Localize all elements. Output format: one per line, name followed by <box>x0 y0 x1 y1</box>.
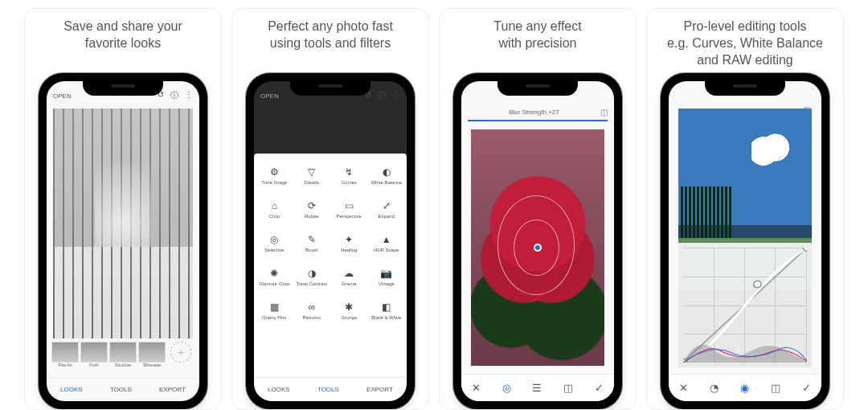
tool-rotate[interactable]: ⟳Rotate <box>293 192 331 226</box>
tool-icon: ▲ <box>381 234 392 245</box>
look-item[interactable]: Silhouette <box>138 342 166 367</box>
more-icon[interactable]: ⋮ <box>392 90 400 101</box>
photo-preview[interactable] <box>471 129 604 366</box>
tool-white-balance[interactable]: ◐White Balance <box>368 158 406 192</box>
tool-selective[interactable]: ◎Selective <box>256 226 293 260</box>
tool-icon: ◐ <box>381 166 392 178</box>
bottom-tabs: LOOKS TOOLS EXPORT <box>47 377 199 401</box>
tool-perspective[interactable]: ▭Perspective <box>330 192 368 226</box>
tool-drama[interactable]: ☁Drama <box>330 260 368 293</box>
tab-looks[interactable]: LOOKS <box>268 386 290 393</box>
tool-black-white[interactable]: ◧Black & White <box>368 293 406 327</box>
tool-expand[interactable]: ⤢Expand <box>368 192 406 226</box>
effect-value-bar[interactable]: Blur Strength +27 ◫ <box>468 104 608 121</box>
tab-export[interactable]: EXPORT <box>159 386 186 393</box>
focus-point[interactable] <box>534 244 542 252</box>
tool-grunge[interactable]: ✱Grunge <box>330 293 368 327</box>
open-button[interactable]: OPEN <box>53 92 72 100</box>
tool-icon: ∞ <box>306 301 317 313</box>
tool-hdr-scape[interactable]: ▲HDR Scape <box>368 226 406 260</box>
edit-toolbar: ✕ ◎ ☰ ◫ ✓ <box>461 374 614 401</box>
tools-grid: ⚙Tune Image▽Details↯Curves◐White Balance… <box>254 154 407 377</box>
cancel-button[interactable]: ✕ <box>679 382 688 394</box>
layers-button[interactable]: ◫ <box>563 382 573 394</box>
showcase-panel-2: Perfect any photo fastusing tools and fi… <box>231 8 429 410</box>
tool-icon: ◧ <box>381 301 392 313</box>
look-item[interactable]: Structure <box>109 342 137 367</box>
add-look-button[interactable]: + <box>167 342 194 363</box>
tool-icon: ☁ <box>343 268 354 279</box>
tool-vintage[interactable]: 📷Vintage <box>368 260 406 293</box>
phone-mockup: OPEN ↺ ⓘ ⋮ ⚙Tune Image▽Details↯Curves◐Wh… <box>246 73 415 409</box>
tool-curves[interactable]: ↯Curves <box>330 158 368 192</box>
eye-button[interactable]: ◉ <box>740 382 749 394</box>
tool-icon: ◑ <box>306 268 317 279</box>
tool-icon: ⌂ <box>268 200 280 211</box>
cancel-button[interactable]: ✕ <box>472 382 481 394</box>
confirm-button[interactable]: ✓ <box>802 382 811 394</box>
curves-panel[interactable] <box>678 243 812 367</box>
photo-preview[interactable] <box>678 109 812 367</box>
target-button[interactable]: ◎ <box>502 382 511 394</box>
look-item[interactable]: Fine Art <box>51 342 79 367</box>
tool-icon: ✎ <box>306 234 317 245</box>
edit-toolbar: ✕ ◔ ◉ ◫ ✓ <box>669 374 821 401</box>
tool-tonal-contrast[interactable]: ◑Tonal Contrast <box>293 260 331 293</box>
tool-glamour-glow[interactable]: ✺Glamour Glow <box>256 260 293 293</box>
histogram <box>683 337 807 363</box>
showcase-panel-4: Pro-level editing toolse.g. Curves, Whit… <box>646 8 844 410</box>
tool-details[interactable]: ▽Details <box>293 158 331 192</box>
tab-tools[interactable]: TOOLS <box>110 386 132 393</box>
tool-icon: 📷 <box>381 268 392 279</box>
more-icon[interactable]: ⋮ <box>185 90 193 101</box>
phone-mockup: OPEN ↺ ⓘ ⋮ Fine Art Push Structure Silho… <box>39 73 207 409</box>
tool-healing[interactable]: ✦Healing <box>330 226 368 260</box>
tool-crop[interactable]: ⌂Crop <box>256 192 293 226</box>
tool-icon: ▦ <box>268 301 280 313</box>
tool-icon: ✱ <box>343 301 354 313</box>
open-button[interactable]: OPEN <box>260 92 279 100</box>
info-icon[interactable]: ⓘ <box>378 90 386 101</box>
tool-tune-image[interactable]: ⚙Tune Image <box>256 158 293 192</box>
layers-button[interactable]: ◫ <box>771 382 780 394</box>
phone-mockup: Blur Strength +27 ◫ ✕ ◎ ☰ ◫ ✓ <box>453 73 622 409</box>
phone-mockup: ◫ <box>661 73 829 409</box>
tool-icon: ◎ <box>268 234 280 245</box>
tool-icon: ▽ <box>306 166 317 178</box>
confirm-button[interactable]: ✓ <box>595 382 604 394</box>
showcase-panel-3: Tune any effectwith precision Blur Stren… <box>439 8 637 410</box>
tab-looks[interactable]: LOOKS <box>60 386 83 393</box>
tool-icon: ⤢ <box>381 200 392 211</box>
tool-icon: ⟳ <box>306 200 317 211</box>
tool-icon: ↯ <box>343 166 354 178</box>
svg-point-1 <box>754 281 761 289</box>
panel-title: Pro-level editing toolse.g. Curves, Whit… <box>659 18 831 70</box>
panel-title: Tune any effectwith precision <box>485 18 589 70</box>
panel-title: Perfect any photo fastusing tools and fi… <box>260 18 401 70</box>
photo-preview[interactable] <box>53 109 193 338</box>
looks-strip: Fine Art Push Structure Silhouette + <box>47 342 199 377</box>
tab-tools[interactable]: TOOLS <box>317 386 339 393</box>
tool-icon: ✦ <box>343 234 354 245</box>
tab-export[interactable]: EXPORT <box>366 386 393 393</box>
effect-label: Blur Strength +27 <box>509 109 559 116</box>
panel-title: Save and share yourfavorite looks <box>55 18 190 70</box>
tool-brush[interactable]: ✎Brush <box>293 226 331 260</box>
info-icon[interactable]: ⓘ <box>170 90 178 101</box>
sliders-button[interactable]: ☰ <box>532 382 542 394</box>
tool-icon: ✺ <box>268 268 280 279</box>
compare-icon[interactable]: ◫ <box>600 108 608 117</box>
tool-icon: ⚙ <box>268 166 280 178</box>
tool-grainy-film[interactable]: ▦Grainy Film <box>256 293 293 327</box>
curves-button[interactable]: ◔ <box>710 382 719 394</box>
look-item[interactable]: Push <box>80 342 108 367</box>
tool-icon: ▭ <box>343 200 354 211</box>
showcase-panel-1: Save and share yourfavorite looks OPEN ↺… <box>24 8 222 410</box>
tool-retrolux[interactable]: ∞Retrolux <box>293 293 331 327</box>
